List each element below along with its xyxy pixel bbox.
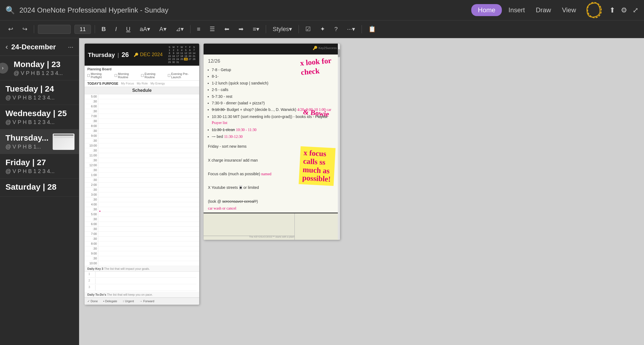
sidebar-item-saturday[interactable]: Saturday | 28: [0, 178, 79, 197]
bottom-text: The KEY2SUCCESS™ starts with a plan!: [204, 234, 340, 238]
nav-view[interactable]: View: [557, 4, 580, 16]
highlight-button[interactable]: ⊿▾: [173, 24, 186, 34]
time-slot-530: :30: [85, 99, 199, 104]
time-slot-1200: 12:00: [85, 163, 199, 168]
checkbox-button[interactable]: ☑: [303, 24, 314, 34]
time-slot-400: 4:00: [85, 202, 199, 207]
sidebar-item-friday-title: Friday | 27: [5, 158, 73, 167]
planner-page-left: Thursday | 26 🔑 DEC 2024 SMTWTFS 1234567: [85, 44, 199, 305]
tag-button[interactable]: ✦: [317, 24, 328, 34]
bullet-list-button[interactable]: ≡: [194, 24, 203, 34]
time-slots-container: 5:00 :30 6:00 :30 7:00 :30 8:00 :30 9:00…: [85, 94, 199, 266]
nav-home[interactable]: Home: [471, 4, 502, 16]
time-slot-630b: :30: [85, 227, 199, 232]
time-slot-630: :30: [85, 109, 199, 114]
purpose-focus: My Focus: [121, 82, 134, 86]
scrollbar-thumb: [338, 49, 340, 57]
app-title: 2024 OneNote Professional Hyperlink - Su…: [19, 6, 467, 14]
note-insurance: X charge insurance/ add man: [208, 157, 336, 164]
sidebar-item-monday[interactable]: › Monday | 23 @ V P H B 1 2 3 4...: [0, 56, 79, 80]
time-slot-1130: :30: [85, 158, 199, 163]
share-icon[interactable]: ⬆: [609, 6, 615, 14]
notes-list: 7-8 - Getup 8-1- 1-2 lunch (quick soup |…: [208, 67, 336, 140]
sidebar-expand-monday[interactable]: ›: [0, 63, 8, 74]
italic-button[interactable]: I: [112, 24, 120, 34]
time-slot-1030: :30: [85, 148, 199, 153]
font-name-input[interactable]: [38, 25, 71, 34]
note-item-3: 1-2 lunch (quick soup | sandwich): [212, 80, 336, 86]
daily-todos-section: Daily To-Do's The list that will keep yo…: [85, 292, 199, 298]
right-page-branding: 🔑 Key2Success: [313, 46, 337, 50]
time-slot-230: :30: [85, 187, 199, 192]
settings-icon[interactable]: ⚙: [621, 6, 627, 14]
checkbox-morning-box: [115, 74, 117, 77]
note-item-9: 11:30-1 clean 10:30 - 11:30: [212, 127, 336, 133]
time-slot-1230: :30: [85, 168, 199, 173]
time-slot-330: :30: [85, 197, 199, 202]
indent-button[interactable]: ➡: [236, 24, 246, 34]
checkbox-morning-preflight[interactable]: Morning Preflight: [87, 72, 112, 79]
checkbox-morning-routine[interactable]: Morning Routine: [115, 72, 139, 79]
right-scrollbar[interactable]: [338, 44, 340, 240]
time-slot-700: 7:00: [85, 114, 199, 119]
time-slot-830: :30: [85, 129, 199, 134]
time-slot-1000: 10:00: [85, 143, 199, 148]
time-slot-130: :30: [85, 178, 199, 183]
more-button[interactable]: ···▾: [344, 24, 357, 34]
planner-page-right: 🔑 Key2Success x look forcheck 12/26 7-8 …: [204, 44, 340, 240]
num-list-button[interactable]: ☰: [207, 24, 218, 34]
format-bar: ↩ ↪ B I U aA▾ A▾ ⊿▾ ≡ ☰ ⬅ ➡ ≡▾ Styles▾ ☑…: [0, 20, 644, 38]
sidebar-item-friday[interactable]: Friday | 27 @ V P H B 1 2 3 4...: [0, 154, 79, 178]
outdent-button[interactable]: ⬅: [222, 24, 232, 34]
time-slot-430: :30: [85, 207, 199, 212]
font-size-input[interactable]: [74, 25, 91, 34]
undo-button[interactable]: ↩: [5, 24, 16, 34]
branding-label: Key2Success: [318, 46, 337, 50]
nav-insert[interactable]: Insert: [504, 4, 529, 16]
planner-date-num: 26: [121, 51, 129, 58]
sidebar-item-thursday-thumb: [53, 134, 74, 150]
note-item-8: 10:30-11:30 MIT (sort meeting info (cont…: [212, 114, 336, 126]
sticky-button[interactable]: 📋: [366, 24, 378, 34]
planner-month-label: DEC 2024: [140, 52, 163, 57]
note-item-2: 8-1-: [212, 73, 336, 79]
align-button[interactable]: ≡▾: [250, 24, 262, 34]
styles-button[interactable]: Styles▾: [270, 24, 295, 34]
time-slot-500: 5:00: [85, 94, 199, 99]
note-focus-calls: Focus calls (much as possible) named: [208, 171, 336, 177]
sidebar-more-button[interactable]: ···: [68, 43, 73, 51]
underline-button[interactable]: U: [123, 24, 133, 34]
help-button[interactable]: ?: [332, 24, 340, 34]
time-slot-700b: 7:00: [85, 232, 199, 237]
checkbox-preflight-label: Morning Preflight: [91, 72, 112, 79]
search-icon[interactable]: 🔍: [5, 6, 15, 15]
checkbox-evening-prelaunch[interactable]: Evening Pre-Launch: [168, 72, 196, 79]
note-item-10: → bed 11:30-12:30: [212, 134, 336, 140]
checkbox-evening-routine[interactable]: Evening Routine: [141, 72, 165, 79]
note-item-1: 7-8 - Getup: [212, 67, 336, 73]
sidebar-item-thursday[interactable]: Thursday... @ V P H B 1...: [0, 129, 79, 154]
main-content: ‹ 24-December ··· › Monday | 23 @ V P H …: [0, 38, 644, 345]
notes-extra: Friday - sort new items X charge insuran…: [208, 143, 336, 219]
sidebar-item-thursday-sub: @ V P H B 1...: [5, 144, 49, 150]
time-slot-730b: :30: [85, 237, 199, 241]
doodle-icon: [585, 1, 604, 20]
font-color-button[interactable]: A▾: [157, 24, 169, 34]
sidebar-back-button[interactable]: ‹: [5, 43, 8, 51]
purpose-row: TODAY'S PURPOSE My Focus My Role My Ener…: [85, 81, 199, 87]
time-slot-100: 1:00: [85, 173, 199, 178]
font-case-button[interactable]: aA▾: [137, 24, 153, 34]
expand-icon[interactable]: ⤢: [633, 6, 639, 14]
key-row-3: 3: [87, 285, 196, 291]
nav-draw[interactable]: Draw: [531, 4, 555, 16]
note-item-5: 5-7:30 - rest: [212, 93, 336, 99]
schedule-header: Schedule: [85, 87, 199, 94]
sidebar-item-wednesday[interactable]: Wednesday | 25 @ V P H B 1 2 3 4...: [0, 105, 79, 129]
time-slot-800: 8:00: [85, 124, 199, 129]
time-slot-1100: 11:00: [85, 153, 199, 158]
bold-button[interactable]: B: [99, 24, 109, 34]
planner-header: Thursday | 26 🔑 DEC 2024 SMTWTFS 1234567: [85, 44, 199, 66]
redo-button[interactable]: ↪: [20, 24, 30, 34]
sidebar-item-tuesday[interactable]: Tuesday | 24 @ V P H B 1 2 3 4...: [0, 80, 79, 105]
time-slot-800b: 8:00: [85, 241, 199, 246]
